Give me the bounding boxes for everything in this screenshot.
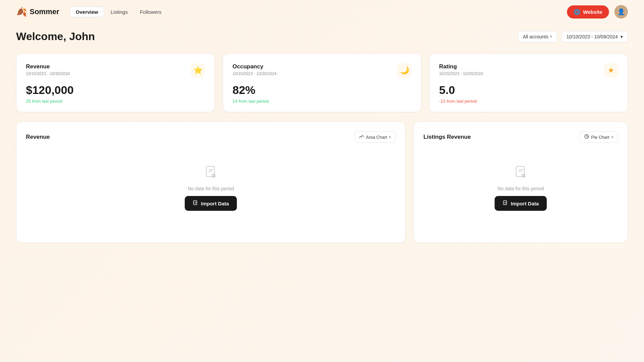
svg-rect-4: [503, 201, 507, 205]
nav-item-listings[interactable]: Listings: [105, 7, 133, 17]
area-chart-chevron-icon: ▾: [389, 135, 391, 139]
header: 🍂 Sommer Overview Listings Followers 🌐 W…: [0, 0, 644, 24]
revenue-chart-header: Revenue Area Chart ▾: [26, 131, 396, 143]
listings-chart-card: Listings Revenue Pie Chart ▾: [414, 122, 628, 243]
revenue-import-btn[interactable]: Import Data: [185, 196, 237, 211]
revenue-icon: ⭐: [193, 66, 203, 75]
revenue-icon-wrap: ⭐: [191, 63, 205, 77]
rating-icon-wrap: ★: [604, 63, 618, 77]
header-right: 🌐 Website 👤: [567, 5, 628, 19]
website-button[interactable]: 🌐 Website: [567, 5, 609, 19]
occupancy-icon-wrap: 🌙: [397, 63, 412, 77]
stat-value-revenue: $120,000: [26, 84, 205, 97]
pie-chart-type-btn[interactable]: Pie Chart ▾: [579, 131, 618, 143]
listings-chart-body: No data for this period Import Data: [423, 143, 618, 233]
revenue-chart-card: Revenue Area Chart ▾: [16, 122, 405, 243]
avatar[interactable]: 👤: [614, 5, 628, 19]
nav-item-followers[interactable]: Followers: [135, 7, 167, 17]
avatar-image: 👤: [617, 8, 625, 15]
area-chart-type-btn[interactable]: Area Chart ▾: [354, 131, 396, 143]
logo[interactable]: 🍂 Sommer: [16, 7, 59, 17]
date-range-dropdown[interactable]: 10/10/2023 - 10/09/2024 ▾: [561, 31, 628, 42]
stat-value-occupancy: 82%: [232, 84, 412, 97]
area-chart-label: Area Chart: [366, 135, 387, 140]
stat-value-rating: 5.0: [439, 84, 618, 97]
stat-label-occupancy: Occupancy: [232, 63, 277, 70]
header-controls: All accounts ▾ 10/10/2023 - 10/09/2024 ▾: [518, 31, 628, 42]
nav-item-overview[interactable]: Overview: [70, 7, 104, 17]
app-name: Sommer: [30, 7, 59, 16]
listings-chart-header: Listings Revenue Pie Chart ▾: [423, 131, 618, 143]
area-chart-icon: [359, 134, 364, 140]
date-chevron-icon: ▾: [620, 34, 623, 39]
listings-chart-title: Listings Revenue: [423, 134, 471, 140]
revenue-chart-title: Revenue: [26, 134, 50, 140]
chart-row: Revenue Area Chart ▾: [16, 122, 628, 243]
stat-card-revenue: Revenue 10/15/2023 - 10/20/2024 ⭐ $120,0…: [16, 54, 215, 112]
stat-date-occupancy: 10/15/2023 - 10/20/2024: [232, 71, 277, 76]
page-title: Welcome, John: [16, 30, 95, 43]
import-icon: [193, 200, 198, 207]
svg-rect-1: [193, 201, 197, 205]
revenue-no-data-icon: [204, 165, 218, 181]
stat-card-occupancy: Occupancy 10/15/2023 - 10/20/2024 🌙 82% …: [223, 54, 421, 112]
stat-card-header-revenue: Revenue 10/15/2023 - 10/20/2024 ⭐: [26, 63, 205, 77]
date-range-label: 10/10/2023 - 10/09/2024: [566, 34, 618, 39]
stat-change-rating: -15 from last period: [439, 99, 618, 104]
pie-chart-chevron-icon: ▾: [611, 135, 613, 139]
pie-chart-icon: [584, 134, 589, 140]
stat-date-rating: 10/15/2023 - 10/20/2024: [439, 71, 483, 76]
occupancy-icon: 🌙: [400, 66, 409, 75]
stat-label-revenue: Revenue: [26, 63, 70, 70]
accounts-label: All accounts: [523, 34, 548, 39]
stat-change-revenue: 25 from last period: [26, 99, 205, 104]
nav: Overview Listings Followers: [70, 7, 167, 17]
revenue-no-data-text: No data for this period: [188, 186, 234, 191]
main-content: Welcome, John All accounts ▾ 10/10/2023 …: [0, 24, 644, 256]
stat-label-rating: Rating: [439, 63, 483, 70]
stat-card-header-rating: Rating 10/15/2023 - 10/20/2024 ★: [439, 63, 618, 77]
accounts-chevron-icon: ▾: [550, 34, 552, 39]
accounts-dropdown[interactable]: All accounts ▾: [518, 31, 557, 42]
stat-change-occupancy: 14 from last period: [232, 99, 412, 104]
website-btn-label: Website: [583, 9, 602, 15]
stat-date-revenue: 10/15/2023 - 10/20/2024: [26, 71, 70, 76]
stat-card-header-occupancy: Occupancy 10/15/2023 - 10/20/2024 🌙: [232, 63, 412, 77]
rating-icon: ★: [608, 66, 614, 75]
listings-import-btn[interactable]: Import Data: [495, 196, 547, 211]
listings-import-icon: [503, 200, 508, 207]
page-header: Welcome, John All accounts ▾ 10/10/2023 …: [16, 30, 628, 43]
listings-no-data-icon: [513, 165, 528, 181]
stat-cards: Revenue 10/15/2023 - 10/20/2024 ⭐ $120,0…: [16, 54, 628, 112]
pie-chart-label: Pie Chart: [591, 135, 609, 140]
globe-icon: 🌐: [574, 9, 580, 15]
logo-icon: 🍂: [16, 7, 27, 17]
revenue-import-label: Import Data: [201, 201, 229, 206]
revenue-chart-body: No data for this period Import Data: [26, 143, 396, 233]
stat-card-rating: Rating 10/15/2023 - 10/20/2024 ★ 5.0 -15…: [429, 54, 628, 112]
listings-no-data-text: No data for this period: [498, 186, 544, 191]
listings-import-label: Import Data: [511, 201, 539, 206]
